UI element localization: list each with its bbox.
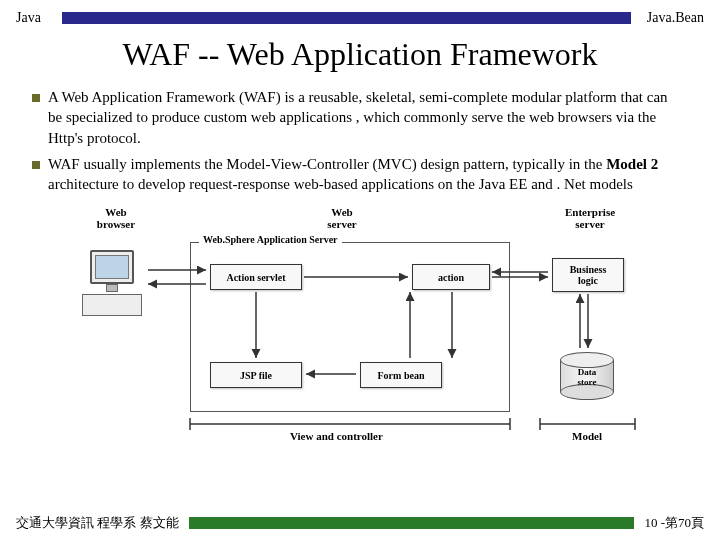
col-label-browser: Web browser xyxy=(86,206,146,230)
node-action-servlet: Action servlet xyxy=(210,264,302,290)
label-view-controller: View and controller xyxy=(290,430,383,442)
col-label-enterprise: Enterprise server xyxy=(555,206,625,230)
slide-header: Java Java.Bean xyxy=(0,0,720,30)
bullet-item: A Web Application Framework (WAF) is a r… xyxy=(48,87,684,148)
bullet-list: A Web Application Framework (WAF) is a r… xyxy=(0,87,720,194)
bullet-text: A Web Application Framework (WAF) is a r… xyxy=(48,89,668,146)
header-bar xyxy=(62,12,631,24)
header-right-text: Java.Bean xyxy=(639,10,704,26)
bullet-text-post: architecture to develop request-response… xyxy=(48,176,633,192)
architecture-diagram: Web browser Web server Enterprise server… xyxy=(80,202,640,452)
col-label-server: Web server xyxy=(312,206,372,230)
node-business-logic: Business logic xyxy=(552,258,624,292)
node-action: action xyxy=(412,264,490,290)
node-form-bean: Form bean xyxy=(360,362,442,388)
app-server-group-title: Web.Sphere Application Server xyxy=(199,234,342,245)
page-title: WAF -- Web Application Framework xyxy=(0,36,720,73)
label-model: Model xyxy=(572,430,602,442)
data-store-label: Data store xyxy=(560,368,614,388)
bullet-text-pre: WAF usually implements the Model-View-Co… xyxy=(48,156,606,172)
footer-bar xyxy=(189,517,635,529)
node-data-store: Data store xyxy=(560,352,614,400)
bullet-text-bold: Model 2 xyxy=(606,156,658,172)
browser-icon xyxy=(80,250,150,320)
header-left-text: Java xyxy=(16,10,54,26)
slide-footer: 交通大學資訊 程學系 蔡文能 10 -第70頁 xyxy=(0,514,720,532)
footer-page-number: 10 -第70頁 xyxy=(634,514,704,532)
footer-author: 交通大學資訊 程學系 蔡文能 xyxy=(16,514,189,532)
node-jsp: JSP file xyxy=(210,362,302,388)
bullet-item: WAF usually implements the Model-View-Co… xyxy=(48,154,684,195)
